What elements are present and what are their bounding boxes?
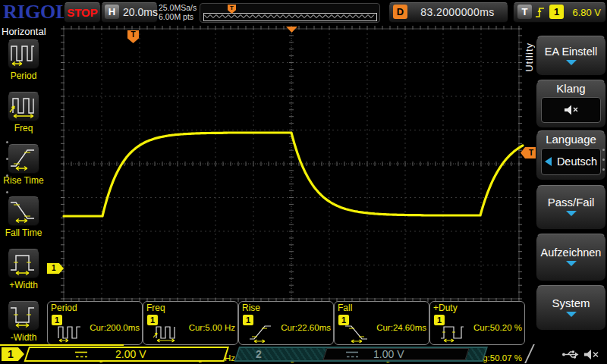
menu-button-label: Language	[536, 131, 605, 146]
menu-item-label: Freq	[0, 123, 47, 133]
dropdown-arrow-icon	[566, 60, 577, 65]
scroll-indicator-dot	[6, 158, 8, 160]
measurement-name: +Duty	[433, 303, 458, 313]
sound-setting-box	[541, 97, 601, 123]
measurement-name: Freq	[146, 303, 165, 313]
timebase-value: 20.0ms	[123, 3, 155, 22]
preview-waveform-icon	[204, 14, 375, 19]
channel1-scale: 2.00 V	[115, 348, 146, 361]
fall-glyph-icon	[344, 322, 370, 343]
scroll-indicator-dot	[6, 174, 8, 177]
delay-value: 83.2000000ms	[410, 3, 505, 22]
nwidth-icon	[8, 302, 37, 328]
measurement-cur: Cur:200.0ms	[87, 323, 140, 333]
measurement-name: Rise	[242, 303, 260, 313]
t-badge: T	[517, 5, 532, 19]
dropdown-arrow-icon	[566, 261, 577, 266]
dropdown-arrow-icon	[566, 312, 577, 317]
menu-button-label: Klang	[536, 80, 605, 95]
scroll-indicator-dot	[6, 191, 8, 193]
rising-edge-icon	[534, 5, 546, 20]
language-value-box: Deutsch	[541, 148, 601, 175]
trigger-source-badge: 1	[549, 5, 564, 19]
trigger-level-value: 6.80 V	[572, 3, 601, 22]
menu-item-rise-time[interactable]: Rise Time	[0, 144, 47, 186]
measurement-name: Fall	[338, 303, 352, 313]
menu-item-label: +Width	[0, 280, 47, 290]
menu-item-label: -Width	[0, 332, 47, 343]
memory-depth: 6.00M pts	[159, 12, 197, 21]
menu-item-pwidth[interactable]: +Width	[0, 249, 47, 290]
menu-button-klang[interactable]: Klang	[536, 80, 606, 128]
measurement-name: Period	[51, 303, 77, 313]
dc-coupling-icon	[74, 350, 88, 359]
channel1-ground-marker: 1	[47, 263, 64, 274]
trigger-position-marker: T	[127, 30, 139, 43]
menu-button-aufzeichnen[interactable]: Aufzeichnen	[536, 234, 606, 281]
waveform-preview-strip: T	[200, 3, 380, 23]
usb-icon	[561, 349, 580, 360]
dropdown-arrow-icon	[566, 211, 577, 216]
acquisition-info: 25.0MSa/s 6.00M pts	[159, 3, 197, 21]
run-state-badge: STOP	[64, 2, 101, 23]
menu-item-label: Period	[0, 71, 47, 81]
freq-glyph-icon	[153, 322, 178, 343]
pwidth-icon	[8, 249, 37, 276]
speaker-muted-status-icon	[583, 348, 601, 361]
delay-badge: D 83.2000000ms	[388, 2, 508, 23]
menu-item-period[interactable]: Period	[0, 39, 47, 81]
period-icon	[8, 40, 37, 67]
menu-button-label: Aufzeichnen	[536, 234, 605, 259]
scroll-indicator-dot	[602, 168, 605, 171]
menu-button-pass-fail[interactable]: Pass/Fail	[536, 185, 606, 230]
scroll-indicator-dot	[602, 149, 605, 151]
fall-time-icon	[8, 197, 37, 224]
language-value: Deutsch	[557, 155, 597, 168]
measurement-cur: Cur:5.00 Hz	[186, 323, 235, 333]
freq-icon	[8, 93, 37, 119]
menu-button-label: Pass/Fail	[536, 186, 605, 209]
trigger-delay-marker-icon	[286, 27, 297, 33]
scroll-indicator-dot	[6, 141, 8, 143]
measurement-rise[interactable]: Rise 1 Cur:22.60ms Avg:20.40ms Max:23.40…	[238, 301, 334, 345]
menu-item-label: Fall Time	[0, 228, 47, 238]
rise-glyph-icon	[248, 322, 274, 343]
channel1-waveform-trace	[64, 133, 523, 216]
menu-item-label: Rise Time	[0, 175, 47, 186]
sample-rate: 25.0MSa/s	[159, 3, 197, 12]
trigger-badge: T 1 6.80 V	[513, 2, 606, 23]
measurement-fall[interactable]: Fall 1 Cur:24.60ms Avg:20.04ms Max:28.20…	[334, 301, 429, 345]
h-badge: H	[105, 5, 119, 19]
channel2-badge[interactable]: 2	[256, 348, 262, 360]
menu-button-label: System	[536, 286, 605, 309]
menu-item-freq[interactable]: Freq	[0, 92, 47, 133]
run-state-label: STOP	[67, 6, 98, 19]
graticule	[61, 26, 522, 302]
channel2-scale: 1.00 V	[373, 348, 404, 361]
right-menu-tab-title: Utility	[524, 42, 535, 72]
oscilloscope-screen: RIGOL STOP H 20.0ms 25.0MSa/s 6.00M pts …	[0, 0, 607, 364]
dc-coupling-icon	[345, 350, 359, 359]
back-arrow-icon	[545, 157, 552, 166]
measurement-cur: Cur:24.60ms	[374, 323, 426, 333]
measurement-period[interactable]: Period 1 Cur:200.0ms Avg:200.0ms Max:200…	[47, 301, 143, 345]
horizontal-scale-badge: H 20.0ms	[101, 2, 158, 23]
menu-button-label: EA Einstell	[536, 36, 605, 58]
menu-button-language[interactable]: Language Deutsch	[536, 130, 606, 180]
channel1-badge[interactable]: 1	[2, 347, 24, 361]
highlight-line	[0, 344, 124, 346]
speaker-muted-icon	[563, 104, 580, 116]
left-menu-title: Horizontal	[2, 26, 46, 37]
menu-item-fall-time[interactable]: Fall Time	[0, 196, 47, 238]
period-glyph-icon	[57, 322, 83, 343]
measurement-pduty[interactable]: +Duty 1 Cur:50.20 % Avg:50.07 % Max:50.2…	[429, 301, 525, 345]
scroll-indicator-dot	[602, 158, 605, 161]
brand-logo: RIGOL	[3, 1, 69, 24]
menu-button-ea-einstell[interactable]: EA Einstell	[536, 36, 606, 76]
bottom-bar-divider	[524, 344, 535, 363]
menu-button-system[interactable]: System	[536, 285, 606, 331]
preview-window	[203, 13, 377, 21]
menu-item-nwidth[interactable]: -Width	[0, 301, 47, 343]
measurement-freq[interactable]: Freq 1 Cur:5.00 Hz Avg:5.00 Hz Max:5.00 …	[143, 301, 238, 345]
measurement-cur: Cur:50.20 %	[471, 323, 522, 333]
